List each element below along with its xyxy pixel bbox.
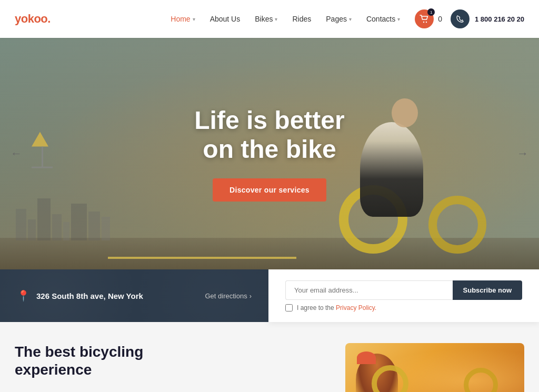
- road-sign: [32, 132, 53, 168]
- subscribe-button[interactable]: Subscribe now: [453, 280, 522, 300]
- privacy-policy-link[interactable]: Privacy Policy.: [336, 304, 376, 311]
- bottom-left: The best bicycling experience: [15, 343, 324, 378]
- get-directions-link[interactable]: Get directions ›: [205, 292, 252, 300]
- email-input[interactable]: [285, 280, 453, 300]
- hero-title: Life is better on the bike: [194, 106, 344, 164]
- hero-next-arrow[interactable]: →: [517, 147, 528, 160]
- address-text: 326 South 8th ave, New York: [36, 292, 143, 300]
- city-skyline: [0, 198, 539, 240]
- hero-content: Life is better on the bike Discover our …: [194, 106, 344, 202]
- info-subscribe-row: 📍 326 South 8th ave, New York Get direct…: [0, 269, 539, 322]
- chevron-down-icon: ▾: [193, 16, 195, 22]
- logo-dot: .: [47, 12, 51, 25]
- cart-badge: 1: [427, 8, 435, 16]
- nav-rides[interactable]: Rides: [292, 15, 311, 23]
- cart-icon-wrapper: 1: [415, 9, 434, 28]
- hero-cta-button[interactable]: Discover our services: [213, 178, 326, 202]
- main-nav: Home ▾ About Us Bikes ▾ Rides Pages ▾ Co…: [171, 15, 400, 23]
- section-title: The best bicycling experience: [15, 343, 324, 378]
- logo-text: yokoo: [15, 12, 47, 25]
- header: yokoo. Home ▾ About Us Bikes ▾ Rides Pag…: [0, 0, 539, 38]
- chevron-down-icon: ▾: [275, 16, 277, 22]
- subscribe-form: Subscribe now: [285, 280, 522, 300]
- privacy-text: I agree to the Privacy Policy.: [297, 304, 376, 311]
- phone-number: 1 800 216 20 20: [475, 15, 524, 23]
- privacy-checkbox[interactable]: [285, 304, 293, 311]
- cart-button[interactable]: 1 0: [415, 9, 442, 28]
- address-section: 📍 326 South 8th ave, New York: [17, 289, 143, 302]
- hero-prev-arrow[interactable]: ←: [11, 147, 22, 160]
- phone-icon-wrapper: [451, 9, 470, 28]
- nav-contacts[interactable]: Contacts ▾: [366, 15, 400, 23]
- nav-bikes[interactable]: Bikes ▾: [255, 15, 277, 23]
- nav-about[interactable]: About Us: [210, 15, 241, 23]
- privacy-row: I agree to the Privacy Policy.: [285, 304, 522, 311]
- svg-point-1: [426, 22, 427, 23]
- bottom-section: The best bicycling experience: [0, 322, 539, 392]
- header-right: 1 0 1 800 216 20 20: [415, 9, 524, 28]
- cart-count: 0: [438, 15, 442, 23]
- info-strip: 📍 326 South 8th ave, New York Get direct…: [0, 269, 268, 322]
- phone-icon: [456, 15, 464, 23]
- chevron-down-icon: ▾: [349, 16, 352, 22]
- nav-home[interactable]: Home ▾: [171, 15, 195, 23]
- cart-icon: [420, 15, 429, 23]
- subscribe-section: Subscribe now I agree to the Privacy Pol…: [268, 269, 539, 322]
- chevron-down-icon: ▾: [397, 16, 400, 22]
- pin-icon: 📍: [17, 289, 30, 302]
- bottom-right-image: [345, 343, 524, 392]
- hero-section: ← → Life is better on the bike Discover …: [0, 38, 539, 269]
- logo[interactable]: yokoo.: [15, 12, 51, 26]
- phone-button[interactable]: 1 800 216 20 20: [451, 9, 524, 28]
- svg-point-0: [423, 22, 424, 23]
- nav-pages[interactable]: Pages ▾: [326, 15, 352, 23]
